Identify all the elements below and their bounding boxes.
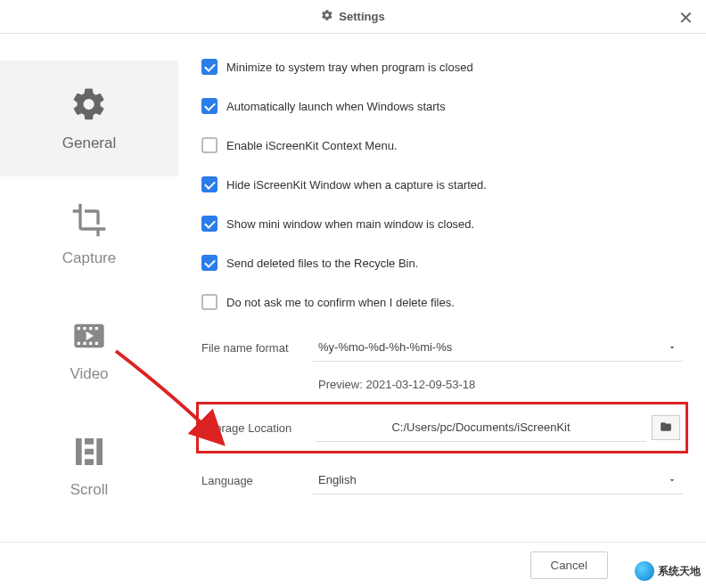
chevron-down-icon [667, 342, 677, 355]
video-icon [71, 318, 107, 356]
window-title: Settings [339, 10, 384, 23]
option-auto-launch[interactable]: Automatically launch when Windows starts [201, 98, 683, 114]
footer: Cancel [0, 542, 706, 588]
option-confirm-delete[interactable]: Do not ask me to confirm when I delete f… [201, 294, 683, 310]
browse-folder-button[interactable] [652, 415, 680, 440]
scroll-icon [71, 434, 107, 472]
sidebar-item-scroll[interactable]: Scroll [0, 408, 178, 524]
settings-panel: Minimize to system tray when program is … [178, 34, 706, 542]
title-bar: Settings ✕ [0, 0, 706, 34]
checkbox-icon[interactable] [201, 98, 218, 114]
option-label: Enable iScreenKit Context Menu. [226, 139, 398, 152]
sidebar: General Capture Video Scroll [0, 34, 178, 542]
option-recycle-bin[interactable]: Send deleted files to the Recycle Bin. [201, 255, 683, 271]
language-label: Language [201, 474, 313, 487]
language-select[interactable]: English [313, 466, 683, 494]
close-button[interactable]: ✕ [678, 7, 694, 29]
option-label: Minimize to system tray when program is … [226, 61, 473, 74]
option-hide-on-capture[interactable]: Hide iScreenKit Window when a capture is… [201, 176, 683, 192]
checkbox-icon[interactable] [201, 294, 218, 310]
sidebar-item-general[interactable]: General [0, 61, 178, 176]
language-value: English [318, 473, 357, 486]
file-format-label: File name format [201, 341, 313, 355]
option-label: Show mini window when main window is clo… [226, 217, 474, 231]
storage-label: Storage Location [204, 421, 316, 435]
option-label: Automatically launch when Windows starts [226, 100, 446, 113]
folder-icon [659, 421, 673, 436]
option-context-menu[interactable]: Enable iScreenKit Context Menu. [201, 137, 683, 153]
language-row: Language English [201, 466, 683, 494]
crop-icon [71, 202, 107, 241]
cancel-button[interactable]: Cancel [530, 551, 609, 579]
sidebar-item-label: Video [70, 365, 108, 383]
sidebar-item-capture[interactable]: Capture [0, 176, 178, 292]
watermark: 系统天地 [635, 561, 701, 581]
option-label: Send deleted files to the Recycle Bin. [226, 257, 418, 270]
storage-input[interactable]: C:/Users/pc/Documents/iScreenKit [316, 413, 646, 442]
file-format-preview: Preview: 2021-03-12-09-53-18 [313, 374, 683, 395]
sidebar-item-label: General [62, 135, 116, 152]
sidebar-item-label: Capture [62, 249, 116, 267]
checkbox-icon[interactable] [201, 137, 218, 153]
option-minimize-tray[interactable]: Minimize to system tray when program is … [201, 59, 683, 75]
storage-row: Storage Location C:/Users/pc/Documents/i… [204, 413, 680, 442]
watermark-text: 系统天地 [658, 564, 701, 579]
checkbox-icon[interactable] [201, 59, 218, 75]
sidebar-item-video[interactable]: Video [0, 292, 178, 408]
sidebar-item-label: Scroll [70, 481, 109, 499]
file-format-row: File name format %y-%mo-%d-%h-%mi-%s [201, 333, 683, 362]
option-label: Hide iScreenKit Window when a capture is… [226, 178, 487, 192]
gear-icon [70, 86, 108, 126]
file-format-value: %y-%mo-%d-%h-%mi-%s [318, 340, 452, 354]
storage-highlight-box: Storage Location C:/Users/pc/Documents/i… [196, 402, 688, 453]
file-format-select[interactable]: %y-%mo-%d-%h-%mi-%s [313, 333, 683, 362]
gear-icon [321, 9, 333, 24]
checkbox-icon[interactable] [201, 176, 218, 192]
chevron-down-icon [667, 475, 677, 488]
checkbox-icon[interactable] [201, 255, 218, 271]
storage-value: C:/Users/pc/Documents/iScreenKit [391, 421, 570, 434]
checkbox-icon[interactable] [201, 216, 218, 232]
option-label: Do not ask me to confirm when I delete f… [226, 296, 455, 309]
globe-icon [635, 561, 654, 581]
option-mini-window[interactable]: Show mini window when main window is clo… [201, 216, 683, 232]
